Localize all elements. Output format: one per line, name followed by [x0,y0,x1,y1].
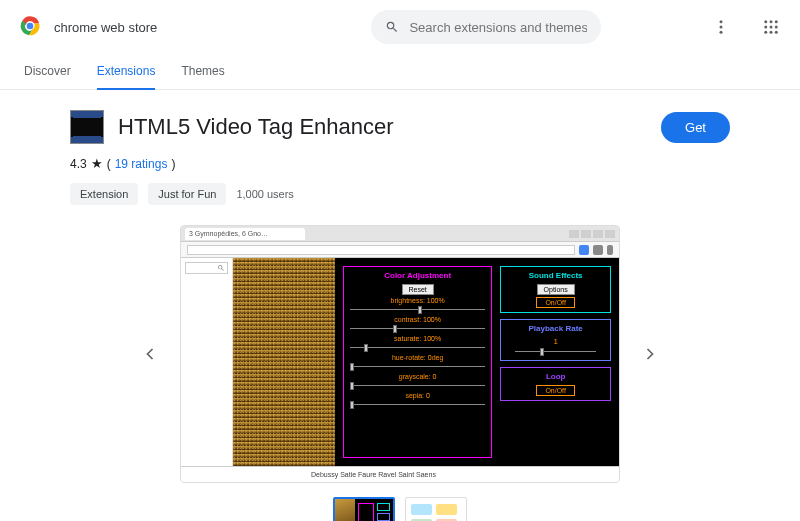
search-input[interactable] [409,20,587,35]
chrome-web-store-logo [20,16,40,39]
loop-panel: Loop On/Off [500,367,611,401]
svg-point-11 [775,31,778,34]
hue-label: hue-rotate: 0deg [392,354,443,361]
svg-point-2 [720,31,723,34]
store-title: chrome web store [54,20,157,35]
carousel-prev-button[interactable] [140,344,160,364]
svg-point-5 [775,20,778,23]
svg-point-7 [770,26,773,29]
svg-point-3 [764,20,767,23]
chevron-left-icon [140,344,160,364]
sepia-slider[interactable] [350,401,485,407]
browser-tab-label: 3 Gymnopédies, 6 Gno… [185,228,305,240]
loop-onoff-toggle[interactable]: On/Off [536,385,575,396]
rating-value: 4.3 [70,157,87,171]
extension-icon [70,110,104,144]
chip-extension[interactable]: Extension [70,183,138,205]
contrast-label: contrast: 100% [394,316,441,323]
contrast-slider[interactable] [350,325,485,331]
tab-themes[interactable]: Themes [181,54,224,89]
svg-point-1 [720,26,723,29]
carousel-next-button[interactable] [640,344,660,364]
get-button[interactable]: Get [661,112,730,143]
users-count: 1,000 users [236,188,293,200]
svg-point-9 [764,31,767,34]
brightness-label: brightness: 100% [391,297,445,304]
apps-grid-icon[interactable] [762,18,780,36]
screenshot-slide: 3 Gymnopédies, 6 Gno… Color Adjustment R… [180,225,620,483]
svg-point-4 [770,20,773,23]
chip-category[interactable]: Just for Fun [148,183,226,205]
chevron-right-icon [640,344,660,364]
color-adjustment-title: Color Adjustment [384,271,451,280]
ratings-link[interactable]: 19 ratings [115,157,168,171]
reset-button[interactable]: Reset [402,284,434,295]
brightness-slider[interactable] [350,306,485,312]
tab-extensions[interactable]: Extensions [97,54,156,90]
thumbnail-1[interactable] [333,497,395,521]
loop-title: Loop [546,372,566,381]
sound-effects-panel: Sound Effects Options On/Off [500,266,611,313]
video-preview [233,258,335,466]
saturate-label: saturate: 100% [394,335,441,342]
options-button[interactable]: Options [537,284,575,295]
hue-slider[interactable] [350,363,485,369]
color-adjustment-panel: Color Adjustment Reset brightness: 100% … [343,266,492,458]
svg-point-0 [720,20,723,23]
search-box[interactable] [371,10,601,44]
svg-point-8 [775,26,778,29]
thumbnail-2[interactable] [405,497,467,521]
grayscale-slider[interactable] [350,382,485,388]
playback-rate-panel: Playback Rate 1 [500,319,611,361]
extension-title: HTML5 Video Tag Enhancer [118,114,647,140]
star-icon: ★ [91,156,103,171]
search-icon [385,19,399,35]
more-vert-icon[interactable] [712,18,730,36]
ratings-open-paren: ( [107,157,111,171]
svg-point-10 [770,31,773,34]
sepia-label: sepia: 0 [405,392,430,399]
ratings-close-paren: ) [171,157,175,171]
tab-discover[interactable]: Discover [24,54,71,89]
playback-rate-slider[interactable] [515,348,596,354]
playback-rate-value: 1 [553,337,557,346]
svg-point-6 [764,26,767,29]
grayscale-label: grayscale: 0 [399,373,437,380]
sound-effects-title: Sound Effects [529,271,583,280]
playback-rate-title: Playback Rate [529,324,583,333]
saturate-slider[interactable] [350,344,485,350]
sound-onoff-toggle[interactable]: On/Off [536,297,575,308]
slide-footer-text: Debussy Satie Faure Ravel Saint Saens [181,466,619,482]
